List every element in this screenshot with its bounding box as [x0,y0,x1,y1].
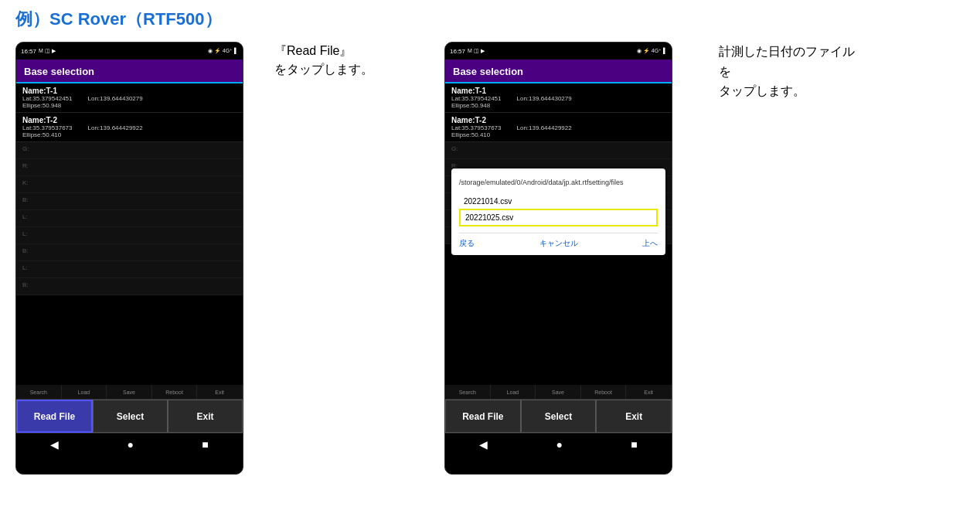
annotation-left-line1: 『Read File』 [274,44,352,57]
tab-search-left[interactable]: Search [16,385,62,399]
phone-left: 16:57 M ◫ ▶ ◉ ⚡ 4G⁺ ▌ Base selection Nam… [15,42,243,475]
item-name-t2-right: Name:T-2 [451,116,665,124]
action-buttons-left: Read File Select Exit [16,399,243,433]
empty-row-l3-left: L: [16,261,243,278]
item-ellipse-t1-left: Ellipse:50.948 [22,102,236,109]
back-icon-right[interactable]: ◀ [479,438,488,451]
status-bar-left: 16:57 M ◫ ▶ ◉ ⚡ 4G⁺ ▌ [16,43,243,60]
app-header-title-right: Base selection [453,66,664,77]
file-picker-back[interactable]: 戻る [459,238,475,249]
item-name-t1-right: Name:T-1 [451,87,665,95]
empty-row-l1-left: L: [16,210,243,227]
annotation-left: 『Read File』 をタップします。 [274,42,413,117]
time-right: 16:57 [450,48,465,55]
list-item-t2-left[interactable]: Name:T-2 Lat:35.379537673Lon:139.6444299… [16,113,243,142]
status-icons-right-right: ◉ ⚡ 4G⁺ ▌ [637,48,667,54]
annotation-right-line1: 計測した日付のファイルを [719,45,855,78]
empty-row-b3-left: B: [16,278,243,295]
list-item-t1-right[interactable]: Name:T-1 Lat:35.379542451Lon:139.6444302… [445,83,672,113]
annotation-left-line2: をタップします。 [274,63,373,76]
empty-row-b1-left: B: [16,193,243,210]
small-tab-bar-right: Search Load Save Reboot Exit [445,385,672,399]
file-picker-up[interactable]: 上へ [642,238,658,249]
select-button-left[interactable]: Select [93,400,168,433]
file-picker-dialog: /storage/emulated/0/Android/data/jp.akt.… [451,168,665,255]
file-item-20221014[interactable]: 20221014.csv [459,194,658,209]
list-item-t2-right[interactable]: Name:T-2 Lat:35.379537673Lon:139.6444299… [445,113,672,142]
select-button-right[interactable]: Select [521,400,597,433]
empty-row-g-left: G: [16,142,243,159]
empty-row-l2-left: L: [16,227,243,244]
list-area-left: Name:T-1 Lat:35.379542451Lon:139.6444302… [16,83,243,385]
item-name-t2-left: Name:T-2 [22,116,236,124]
empty-row-b2-left: B: [16,244,243,261]
item-ellipse-t2-left: Ellipse:50.410 [22,131,236,138]
list-area-right: Name:T-1 Lat:35.379542451Lon:139.6444302… [445,83,672,385]
status-icons-left-left: M ◫ ▶ [39,48,56,54]
tab-reboot-left[interactable]: Reboot [152,385,198,399]
tab-exit-right[interactable]: Exit [626,385,672,399]
tab-save-right[interactable]: Save [536,385,581,399]
tab-reboot-right[interactable]: Reboot [581,385,627,399]
file-item-20221025[interactable]: 20221025.csv [459,209,658,226]
home-icon-left[interactable]: ● [128,438,134,451]
exit-button-right[interactable]: Exit [596,400,672,433]
read-file-button-right[interactable]: Read File [445,400,521,433]
recents-icon-right[interactable]: ■ [631,438,637,451]
tab-save-left[interactable]: Save [107,385,152,399]
file-picker-actions: 戻る キャンセル 上へ [459,233,658,249]
status-icons-right-left: ◉ ⚡ 4G⁺ ▌ [208,48,238,54]
item-coords-t1-left: Lat:35.379542451Lon:139.644430279 [22,95,236,102]
exit-button-left[interactable]: Exit [168,400,243,433]
annotation-right: 計測した日付のファイルを タップします。 [703,42,858,101]
list-item-t1-left[interactable]: Name:T-1 Lat:35.379542451Lon:139.6444302… [16,83,243,113]
page-title: 例）SC Rover（RTF500） [15,8,965,31]
item-coords-t2-right: Lat:35.379537673Lon:139.644429922 [451,124,665,131]
empty-row-g-right: G: [445,142,672,159]
tab-load-left[interactable]: Load [62,385,107,399]
tab-exit-left[interactable]: Exit [197,385,243,399]
item-coords-t1-right: Lat:35.379542451Lon:139.644430279 [451,95,665,102]
small-tab-bar-left: Search Load Save Reboot Exit [16,385,243,399]
item-coords-t2-left: Lat:35.379537673Lon:139.644429922 [22,124,236,131]
nav-bar-left: ◀ ● ■ [16,433,243,454]
empty-row-k-left: K: [16,176,243,193]
empty-row-r-left: R: [16,159,243,176]
status-bar-right: 16:57 M ◫ ▶ ◉ ⚡ 4G⁺ ▌ [445,43,672,60]
tab-load-right[interactable]: Load [491,385,536,399]
action-buttons-right: Read File Select Exit [445,399,672,433]
file-picker-path: /storage/emulated/0/Android/data/jp.akt.… [459,178,658,188]
time-left: 16:57 [21,48,36,55]
annotation-right-line2: タップします。 [719,84,805,97]
app-header-title-left: Base selection [24,66,235,77]
tab-search-right[interactable]: Search [445,385,491,399]
item-name-t1-left: Name:T-1 [22,87,236,95]
item-ellipse-t2-right: Ellipse:50.410 [451,131,665,138]
back-icon-left[interactable]: ◀ [50,438,59,451]
read-file-button-left[interactable]: Read File [16,400,93,433]
item-ellipse-t1-right: Ellipse:50.948 [451,102,665,109]
status-icons-left-right: M ◫ ▶ [468,48,485,54]
recents-icon-left[interactable]: ■ [202,438,208,451]
phone-right: 16:57 M ◫ ▶ ◉ ⚡ 4G⁺ ▌ Base selection Nam… [444,42,672,475]
file-picker-cancel[interactable]: キャンセル [539,238,578,249]
app-header-left: Base selection [16,60,243,83]
app-header-right: Base selection [445,60,672,83]
home-icon-right[interactable]: ● [556,438,563,451]
nav-bar-right: ◀ ● ■ [445,433,672,454]
